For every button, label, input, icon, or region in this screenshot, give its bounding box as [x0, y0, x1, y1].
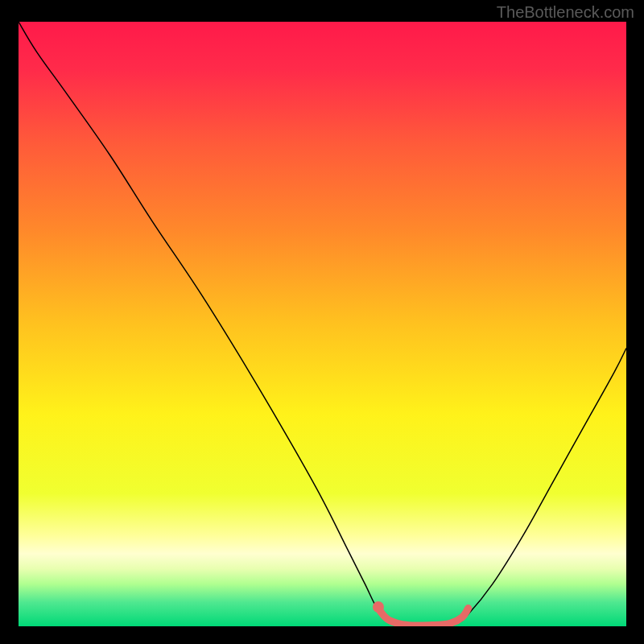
- watermark-text: TheBottleneck.com: [497, 3, 634, 22]
- svg-rect-0: [19, 22, 626, 626]
- chart-container: TheBottleneck.com: [0, 0, 644, 644]
- chart-plot-area: [19, 22, 626, 626]
- highlight-dot-left: [373, 601, 384, 613]
- chart-svg: [19, 22, 626, 626]
